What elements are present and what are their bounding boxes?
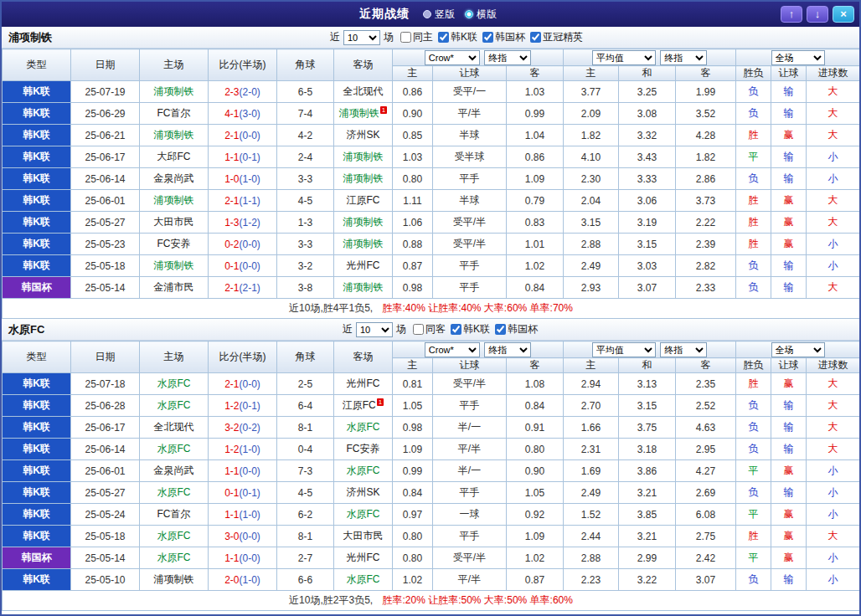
euro-home-odds: 2.70 [564, 395, 619, 417]
euro-period-select[interactable]: 终指 [660, 342, 707, 357]
radio-label: 竖版 [435, 8, 455, 22]
recent-count-select[interactable]: 10 [356, 322, 393, 337]
corner-cell: 4-5 [277, 482, 334, 504]
match-date: 25-05-14 [71, 547, 140, 569]
score-cell: 2-1(1-1) [209, 190, 277, 212]
checkbox-input[interactable] [495, 324, 506, 335]
filter-checkbox[interactable]: 韩国杯 [495, 322, 538, 336]
league-badge: 韩国杯 [3, 277, 71, 299]
away-team-cell: 江原FC [334, 190, 393, 212]
filter-checkbox[interactable]: 同客 [413, 322, 446, 336]
handicap-company-select[interactable]: Crow* [425, 50, 480, 65]
euro-home-odds: 1.82 [564, 125, 619, 146]
score-cell: 2-3(2-0) [209, 81, 277, 103]
euro-away-odds: 2.33 [676, 277, 736, 299]
corner-cell: 2-5 [277, 373, 334, 395]
col-date: 日期 [71, 341, 140, 373]
layout-radio-option[interactable]: 竖版 [423, 8, 455, 22]
layout-radio-group: 竖版 横版 [423, 8, 497, 22]
checkbox-label: 同主 [413, 30, 433, 44]
col-euro-draw: 和 [619, 66, 676, 81]
match-date: 25-06-17 [71, 146, 140, 168]
match-row: 韩K联 25-06-14 金泉尚武 1-0(1-0) 3-3 浦项制铁 0.80… [3, 168, 860, 190]
handicap-line: 受平/半 [433, 547, 507, 569]
filter-checkbox[interactable]: 同主 [400, 30, 433, 44]
handicap-period-select[interactable]: 终指 [484, 50, 531, 65]
euro-company-select[interactable]: 平均值 [592, 50, 656, 65]
handicap-line: 受平/一 [433, 81, 507, 103]
filter-checkbox[interactable]: 韩K联 [438, 30, 477, 44]
match-row: 韩K联 25-05-10 浦项制铁 2-0(1-0) 6-6 水原FC 1.02… [3, 569, 860, 591]
match-row: 韩K联 25-05-18 水原FC 3-0(0-0) 8-1 大田市民 0.80… [3, 526, 860, 547]
euro-away-odds: 2.82 [676, 255, 736, 277]
up-button[interactable]: ↑ [781, 6, 802, 23]
handicap-away-odds: 0.99 [507, 103, 564, 125]
match-date: 25-06-29 [71, 103, 140, 125]
checkbox-input[interactable] [413, 324, 424, 335]
away-team-cell: 浦项制铁 [334, 168, 393, 190]
score-cell: 0-1(0-1) [209, 482, 277, 504]
match-row: 韩K联 25-06-01 浦项制铁 2-1(1-1) 4-5 江原FC 1.11… [3, 190, 860, 212]
layout-radio-option[interactable]: 横版 [465, 8, 497, 22]
euro-home-odds: 1.66 [564, 417, 619, 439]
score-cell: 1-2(1-0) [209, 439, 277, 460]
league-badge: 韩K联 [3, 482, 71, 504]
result-winloss: 平 [736, 547, 771, 569]
handicap-home-odds: 0.87 [393, 255, 433, 277]
col-home: 主场 [140, 341, 209, 373]
recent-count-select[interactable]: 10 [343, 30, 380, 45]
euro-period-select[interactable]: 终指 [660, 50, 707, 65]
away-team-cell: 江原FC1 [334, 395, 393, 417]
close-button[interactable]: × [833, 6, 854, 23]
league-badge: 韩K联 [3, 146, 71, 168]
col-home: 主场 [140, 49, 209, 81]
checkbox-input[interactable] [482, 32, 493, 43]
euro-home-odds: 2.49 [564, 482, 619, 504]
handicap-line: 平手 [433, 482, 507, 504]
matches-table: 类型 日期 主场 比分(半场) 角球 客场 Crow* 终指 平均值 终指 [2, 341, 860, 611]
league-badge: 韩K联 [3, 417, 71, 439]
home-team-cell: 水原FC [140, 395, 209, 417]
scope-select[interactable]: 全场 [771, 342, 825, 357]
filter-checkbox[interactable]: 韩国杯 [482, 30, 525, 44]
red-card-badge: 1 [380, 106, 387, 114]
col-handicap-away: 客 [507, 358, 564, 373]
section-header: 浦项制铁 近 10 场 同主 韩K联 [2, 27, 859, 49]
filter-checkbox[interactable]: 亚冠精英 [530, 30, 583, 44]
result-winloss: 胜 [736, 190, 771, 212]
col-result-winloss: 胜负 [736, 66, 771, 81]
euro-home-odds: 3.15 [564, 212, 619, 234]
col-away: 客场 [334, 341, 393, 373]
handicap-company-select[interactable]: Crow* [425, 342, 480, 357]
checkbox-input[interactable] [530, 32, 541, 43]
checkbox-input[interactable] [451, 324, 461, 335]
handicap-period-select[interactable]: 终指 [484, 342, 531, 357]
match-date: 25-06-14 [71, 168, 140, 190]
home-team-cell: 浦项制铁 [140, 255, 209, 277]
corner-cell: 2-4 [277, 146, 334, 168]
filter-bar: 近 10 场 同客 韩K联 [343, 322, 538, 337]
result-winloss: 负 [736, 482, 771, 504]
down-button[interactable]: ↓ [807, 6, 828, 23]
league-badge: 韩K联 [3, 234, 71, 255]
col-handicap-line: 让球 [433, 66, 507, 81]
col-result-winloss: 胜负 [736, 358, 771, 373]
result-goals: 大 [807, 190, 860, 212]
euro-away-odds: 3.52 [676, 103, 736, 125]
summary-row: 近10场,胜2平3负5, 胜率:20% 让胜率:50% 大率:50% 单率:60… [3, 591, 860, 611]
handicap-away-odds: 0.87 [507, 569, 564, 591]
col-corner: 角球 [277, 341, 334, 373]
summary-row: 近10场,胜4平1负5, 胜率:40% 让胜率:40% 大率:60% 单率:70… [3, 299, 860, 319]
checkbox-input[interactable] [438, 32, 449, 43]
euro-draw-odds: 3.15 [619, 395, 676, 417]
home-team-cell: FC首尔 [140, 103, 209, 125]
result-goals: 小 [807, 146, 860, 168]
league-badge: 韩K联 [3, 168, 71, 190]
filter-checkbox[interactable]: 韩K联 [451, 322, 490, 336]
euro-company-select[interactable]: 平均值 [592, 342, 656, 357]
checkbox-label: 韩国杯 [495, 30, 525, 44]
euro-home-odds: 2.30 [564, 168, 619, 190]
euro-away-odds: 1.99 [676, 81, 736, 103]
checkbox-input[interactable] [400, 32, 411, 43]
scope-select[interactable]: 全场 [771, 50, 825, 65]
